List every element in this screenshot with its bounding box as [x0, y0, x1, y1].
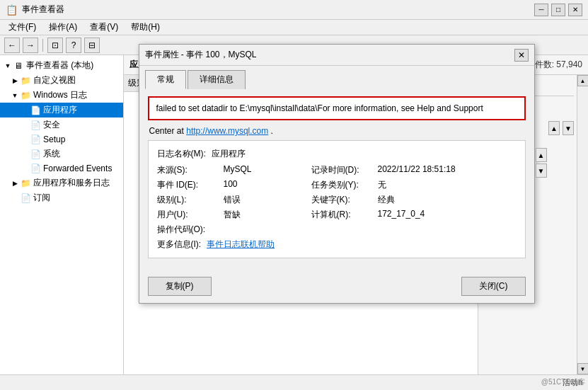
dialog-close-button[interactable]: ✕: [514, 49, 529, 62]
doc-icon: 📄: [30, 105, 41, 116]
toolbar-separator: [42, 39, 43, 52]
extra-button[interactable]: ⊟: [84, 38, 100, 53]
detail-area: 日志名称(M): 应用程序 来源(S): MySQL 记录时间(D): 2022…: [148, 140, 526, 258]
tab-detail[interactable]: 详细信息: [188, 70, 246, 89]
expand-icon: ▶: [10, 178, 20, 188]
menu-help[interactable]: 帮助(H): [125, 20, 166, 35]
error-message-box: failed to set datadir to E:\mysql\instal…: [148, 96, 526, 120]
folder-icon: 📁: [20, 90, 31, 101]
event-log-help-link[interactable]: 事件日志联机帮助: [207, 239, 275, 251]
folder-icon: 📁: [20, 178, 31, 189]
field-label-level: 级别(L):: [157, 194, 221, 206]
root-icon: 🖥: [13, 60, 24, 71]
field-logname: 日志名称(M): 应用程序: [157, 148, 517, 160]
field-label-moreinfo: 更多信息(I):: [157, 239, 202, 251]
event-properties-dialog: 事件属性 - 事件 100，MySQL ✕ 常规 详细信息 failed to …: [139, 44, 535, 304]
mysql-link[interactable]: http://www.mysql.com: [186, 126, 268, 136]
scrollbar-down-button[interactable]: ▼: [577, 363, 589, 374]
expand-icon: [20, 105, 30, 115]
sidebar-item-customview[interactable]: ▶ 📁 自定义视图: [0, 73, 123, 88]
close-button[interactable]: ✕: [568, 4, 582, 16]
right-scrollbar[interactable]: ▲ ▼: [577, 75, 588, 374]
back-button[interactable]: ←: [4, 38, 20, 53]
field-value-level: 错误: [224, 194, 309, 206]
dialog-scroll-arrows: ▲ ▼: [536, 148, 547, 178]
sidebar-item-label: 应用程序: [43, 104, 77, 116]
sidebar-item-system[interactable]: 📄 系统: [0, 147, 123, 161]
view-button[interactable]: ⊡: [47, 38, 63, 53]
field-label-logname: 日志名称(M):: [157, 148, 206, 160]
field-value-eventid: 100: [224, 179, 309, 191]
sidebar-item-app-services[interactable]: ▶ 📁 应用程序和服务日志: [0, 176, 123, 190]
field-eventid: 事件 ID(E): 100 任务类别(Y): 无: [157, 179, 517, 191]
field-level: 级别(L): 错误 关键字(K): 经典: [157, 194, 517, 206]
expand-icon: [20, 164, 30, 173]
dialog-scroll-down-button[interactable]: ▼: [536, 164, 547, 178]
content-count: 事件数: 57,940: [526, 59, 582, 71]
forward-button[interactable]: →: [23, 38, 38, 53]
doc-icon: 📄: [30, 120, 41, 131]
sidebar-item-security[interactable]: 📄 安全: [0, 117, 123, 132]
center-text-line: Center at http://www.mysql.com .: [148, 126, 526, 136]
sidebar-item-label: 订阅: [33, 192, 50, 204]
dialog-tabs: 常规 详细信息: [139, 66, 534, 89]
tab-general[interactable]: 常规: [145, 70, 186, 89]
menu-action[interactable]: 操作(A): [43, 20, 83, 35]
field-label-opcode: 操作代码(O):: [157, 224, 206, 236]
dialog-footer: 复制(P) 关闭(C): [139, 271, 534, 303]
field-label-source: 来源(S):: [157, 164, 221, 176]
field-value-computer: 172_17_0_4: [378, 209, 517, 221]
menu-view[interactable]: 查看(V): [84, 20, 124, 35]
app-icon: 📋: [6, 4, 18, 16]
sidebar-item-label: 安全: [43, 119, 60, 131]
sidebar-item-subscription[interactable]: 📄 订阅: [0, 190, 123, 205]
sidebar-item-app[interactable]: 📄 应用程序: [0, 103, 123, 117]
sidebar-item-forwarded[interactable]: 📄 Forwarded Events: [0, 161, 123, 176]
minimize-button[interactable]: ─: [534, 4, 548, 16]
folder-icon: 📁: [20, 75, 31, 86]
expand-icon: [20, 134, 30, 144]
maximize-button[interactable]: □: [551, 4, 565, 16]
menu-file[interactable]: 文件(F): [3, 20, 42, 35]
title-bar: 📋 事件查看器 ─ □ ✕: [0, 0, 588, 20]
sidebar-item-windows-log[interactable]: ▼ 📁 Windows 日志: [0, 88, 123, 103]
dialog-content: failed to set datadir to E:\mysql\instal…: [139, 89, 534, 271]
expand-icon: ▶: [10, 76, 20, 86]
sidebar-item-label: 系统: [43, 148, 60, 160]
sidebar-item-setup[interactable]: 📄 Setup: [0, 132, 123, 147]
sidebar-item-label: 事件查看器 (本地): [26, 59, 93, 71]
dialog-scroll-up-button[interactable]: ▲: [536, 148, 547, 162]
sidebar: ▼ 🖥 事件查看器 (本地) ▶ 📁 自定义视图 ▼ 📁 Windows 日志 …: [0, 55, 124, 374]
scroll-up-button[interactable]: ▲: [548, 121, 560, 135]
expand-icon: ▼: [10, 91, 20, 101]
field-label-taskcate: 任务类别(Y):: [311, 179, 375, 191]
scroll-down-button[interactable]: ▼: [563, 121, 574, 135]
expand-icon: ▼: [3, 61, 13, 71]
link-suffix: .: [271, 126, 273, 136]
field-value-keyword: 经典: [378, 194, 517, 206]
status-bar: 活动h: [0, 374, 588, 390]
field-value-rectime: 2022/11/22 18:51:18: [378, 164, 517, 176]
dialog-title-bar: 事件属性 - 事件 100，MySQL ✕: [139, 45, 534, 66]
scrollbar-up-button[interactable]: ▲: [577, 75, 589, 86]
sidebar-item-label: Forwarded Events: [43, 164, 112, 173]
doc-icon: 📄: [30, 134, 41, 145]
field-user: 用户(U): 暂缺 计算机(R): 172_17_0_4: [157, 209, 517, 221]
field-source: 来源(S): MySQL 记录时间(D): 2022/11/22 18:51:1…: [157, 164, 517, 176]
sidebar-item-label: 应用程序和服务日志: [33, 177, 110, 189]
sidebar-item-label: Windows 日志: [33, 89, 87, 101]
field-opcode: 操作代码(O):: [157, 224, 517, 236]
field-moreinfo: 更多信息(I): 事件日志联机帮助: [157, 239, 517, 251]
field-label-eventid: 事件 ID(E):: [157, 179, 221, 191]
expand-icon: [20, 120, 30, 130]
sidebar-item-root[interactable]: ▼ 🖥 事件查看器 (本地): [0, 58, 123, 73]
help-button[interactable]: ?: [66, 38, 81, 53]
dialog-close-action-button[interactable]: 关闭(C): [461, 277, 526, 296]
field-label-computer: 计算机(R):: [311, 209, 375, 221]
sidebar-item-label: 自定义视图: [33, 74, 76, 86]
doc-icon: 📄: [30, 163, 41, 174]
doc-icon: 📄: [30, 149, 41, 160]
copy-button[interactable]: 复制(P): [148, 277, 212, 296]
menu-bar: 文件(F) 操作(A) 查看(V) 帮助(H): [0, 20, 588, 35]
field-value-user: 暂缺: [224, 209, 309, 221]
